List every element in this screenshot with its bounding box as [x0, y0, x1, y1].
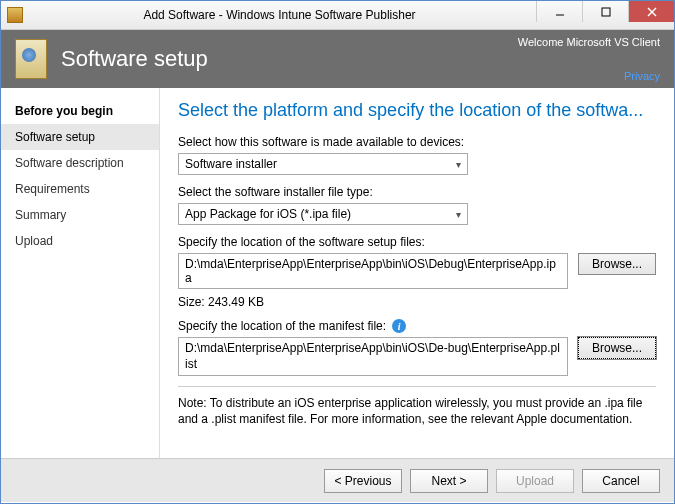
- maximize-button[interactable]: [582, 1, 628, 22]
- note-text: Note: To distribute an iOS enterprise ap…: [178, 386, 656, 427]
- upload-button: Upload: [496, 469, 574, 493]
- setupfiles-label: Specify the location of the software set…: [178, 235, 656, 249]
- privacy-link[interactable]: Privacy: [624, 70, 660, 82]
- manifest-input[interactable]: D:\mda\EnterpriseApp\EnterpriseApp\bin\i…: [178, 337, 568, 376]
- browse-setup-button[interactable]: Browse...: [578, 253, 656, 275]
- sidebar-item-requirements[interactable]: Requirements: [1, 176, 159, 202]
- size-text: Size: 243.49 KB: [178, 295, 656, 309]
- setupfiles-input[interactable]: D:\mda\EnterpriseApp\EnterpriseApp\bin\i…: [178, 253, 568, 289]
- sidebar-item-upload[interactable]: Upload: [1, 228, 159, 254]
- sidebar-item-summary[interactable]: Summary: [1, 202, 159, 228]
- chevron-down-icon: ▾: [456, 159, 461, 170]
- filetype-label: Select the software installer file type:: [178, 185, 656, 199]
- footer: < Previous Next > Upload Cancel: [1, 458, 674, 502]
- window-title: Add Software - Windows Intune Software P…: [23, 8, 536, 22]
- svg-rect-1: [602, 8, 610, 16]
- chevron-down-icon: ▾: [456, 209, 461, 220]
- filetype-value: App Package for iOS (*.ipa file): [185, 207, 351, 221]
- wizard-icon: [15, 39, 47, 79]
- window-controls: [536, 1, 674, 29]
- sidebar-item-software-description[interactable]: Software description: [1, 150, 159, 176]
- sidebar-item-before-you-begin[interactable]: Before you begin: [1, 98, 159, 124]
- previous-button[interactable]: < Previous: [324, 469, 402, 493]
- manifest-label: Specify the location of the manifest fil…: [178, 319, 656, 333]
- filetype-select[interactable]: App Package for iOS (*.ipa file) ▾: [178, 203, 468, 225]
- sidebar-item-software-setup[interactable]: Software setup: [1, 124, 159, 150]
- availability-select[interactable]: Software installer ▾: [178, 153, 468, 175]
- availability-label: Select how this software is made availab…: [178, 135, 656, 149]
- minimize-button[interactable]: [536, 1, 582, 22]
- app-icon: [7, 7, 23, 23]
- close-button[interactable]: [628, 1, 674, 22]
- wizard-sidebar: Before you begin Software setup Software…: [1, 88, 160, 458]
- manifest-label-text: Specify the location of the manifest fil…: [178, 319, 386, 333]
- titlebar: Add Software - Windows Intune Software P…: [1, 1, 674, 30]
- browse-manifest-button[interactable]: Browse...: [578, 337, 656, 359]
- page-heading: Select the platform and specify the loca…: [178, 100, 656, 121]
- info-icon[interactable]: i: [392, 319, 406, 333]
- cancel-button[interactable]: Cancel: [582, 469, 660, 493]
- header-title: Software setup: [61, 46, 208, 72]
- content-panel: Select the platform and specify the loca…: [160, 88, 674, 458]
- header: Software setup Welcome Microsoft VS Clie…: [1, 30, 674, 88]
- next-button[interactable]: Next >: [410, 469, 488, 493]
- availability-value: Software installer: [185, 157, 277, 171]
- body: Before you begin Software setup Software…: [1, 88, 674, 458]
- welcome-text: Welcome Microsoft VS Client: [518, 36, 660, 48]
